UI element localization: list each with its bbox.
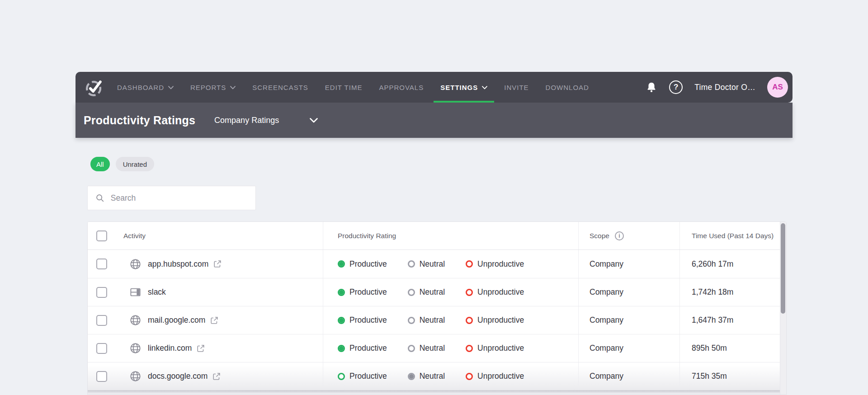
company-name-menu[interactable]: Time Doctor O… bbox=[694, 83, 755, 92]
nav-item-label: DASHBOARD bbox=[117, 84, 164, 91]
rating-option-neutral[interactable]: Neutral bbox=[408, 315, 445, 325]
rating-option-label: Productive bbox=[349, 315, 387, 325]
row-checkbox[interactable] bbox=[96, 371, 107, 382]
rating-option-neutral[interactable]: Neutral bbox=[408, 259, 445, 269]
rating-option-neutral[interactable]: Neutral bbox=[408, 371, 445, 381]
globe-icon bbox=[129, 314, 142, 326]
row-checkbox[interactable] bbox=[96, 343, 107, 354]
app-window-icon bbox=[129, 286, 142, 298]
radio-icon[interactable] bbox=[338, 373, 345, 380]
rating-option-unproductive[interactable]: Unproductive bbox=[466, 315, 524, 325]
table-scrollbar-track[interactable] bbox=[780, 222, 786, 395]
row-checkbox[interactable] bbox=[96, 315, 107, 326]
rating-option-label: Productive bbox=[349, 259, 387, 269]
top-navbar: DASHBOARD REPORTS SCREENCASTS EDIT TIME … bbox=[75, 72, 793, 103]
nav-item-label: EDIT TIME bbox=[325, 84, 363, 91]
rating-option-productive[interactable]: Productive bbox=[338, 315, 387, 325]
nav-item-download[interactable]: DOWNLOAD bbox=[546, 72, 589, 103]
radio-icon[interactable] bbox=[338, 317, 345, 324]
help-icon[interactable]: ? bbox=[669, 80, 683, 94]
radio-icon[interactable] bbox=[466, 345, 473, 352]
scope-value: Company bbox=[590, 259, 623, 269]
next-row-edge bbox=[88, 390, 780, 395]
table-row: linkedin.com Productive Neutral Unproduc… bbox=[88, 334, 780, 362]
time-doctor-logo-icon[interactable] bbox=[84, 77, 104, 98]
radio-icon[interactable] bbox=[466, 317, 473, 324]
scope-value: Company bbox=[590, 287, 623, 297]
rating-option-unproductive[interactable]: Unproductive bbox=[466, 371, 524, 381]
activity-name: linkedin.com bbox=[148, 343, 192, 353]
globe-icon bbox=[129, 258, 142, 270]
external-link-icon[interactable] bbox=[212, 372, 221, 381]
filter-chip-all[interactable]: All bbox=[90, 157, 110, 171]
globe-icon bbox=[129, 370, 142, 382]
avatar[interactable]: AS bbox=[767, 77, 788, 98]
filter-chip-unrated[interactable]: Unrated bbox=[116, 157, 154, 171]
search-input[interactable] bbox=[111, 193, 248, 203]
nav-item-invite[interactable]: INVITE bbox=[504, 72, 528, 103]
info-icon[interactable]: i bbox=[615, 231, 624, 240]
radio-icon[interactable] bbox=[338, 260, 345, 268]
external-link-icon[interactable] bbox=[213, 259, 222, 268]
radio-icon[interactable] bbox=[408, 345, 415, 352]
radio-icon[interactable] bbox=[466, 260, 473, 268]
nav-item-dashboard[interactable]: DASHBOARD bbox=[117, 72, 174, 103]
table-scrollbar-thumb[interactable] bbox=[781, 223, 785, 314]
radio-icon[interactable] bbox=[408, 317, 415, 324]
rating-option-unproductive[interactable]: Unproductive bbox=[466, 343, 524, 353]
filter-chip-label: All bbox=[96, 160, 104, 168]
rating-option-label: Unproductive bbox=[477, 287, 524, 297]
scope-value: Company bbox=[590, 315, 623, 325]
chevron-down-icon bbox=[310, 118, 318, 123]
table-row: mail.google.com Productive Neutral Unpro… bbox=[88, 306, 780, 334]
nav-item-settings[interactable]: SETTINGS bbox=[440, 72, 487, 103]
nav-item-label: INVITE bbox=[504, 84, 528, 91]
activity-name: docs.google.com bbox=[148, 371, 208, 381]
column-header-activity: Activity bbox=[123, 232, 146, 240]
app-header-card: DASHBOARD REPORTS SCREENCASTS EDIT TIME … bbox=[75, 72, 793, 138]
rating-option-label: Unproductive bbox=[477, 259, 524, 269]
row-checkbox[interactable] bbox=[96, 259, 107, 269]
filter-chip-label: Unrated bbox=[123, 160, 147, 168]
radio-icon[interactable] bbox=[466, 373, 473, 380]
notifications-bell-icon[interactable] bbox=[646, 81, 657, 94]
rating-option-productive[interactable]: Productive bbox=[338, 343, 387, 353]
rating-option-productive[interactable]: Productive bbox=[338, 371, 387, 381]
rating-option-neutral[interactable]: Neutral bbox=[408, 343, 445, 353]
activity-name: mail.google.com bbox=[148, 315, 205, 325]
rating-option-label: Neutral bbox=[420, 287, 445, 297]
radio-icon[interactable] bbox=[466, 289, 473, 296]
ratings-scope-selector[interactable]: Company Ratings bbox=[214, 116, 318, 125]
filter-chips: All Unrated bbox=[90, 157, 154, 171]
rating-option-label: Neutral bbox=[420, 343, 445, 353]
table-row: app.hubspot.com Productive Neutral Unpro… bbox=[88, 250, 780, 278]
rating-option-label: Neutral bbox=[420, 259, 445, 269]
time-used-value: 1,647h 37m bbox=[692, 315, 733, 325]
rating-option-productive[interactable]: Productive bbox=[338, 287, 387, 297]
nav-item-edit-time[interactable]: EDIT TIME bbox=[325, 72, 363, 103]
time-used-value: 895h 50m bbox=[692, 343, 727, 353]
rating-option-label: Unproductive bbox=[477, 343, 524, 353]
rating-option-productive[interactable]: Productive bbox=[338, 259, 387, 269]
nav-item-label: APPROVALS bbox=[379, 84, 424, 91]
radio-icon[interactable] bbox=[338, 289, 345, 296]
nav-item-reports[interactable]: REPORTS bbox=[190, 72, 236, 103]
external-link-icon[interactable] bbox=[196, 344, 205, 353]
rating-option-unproductive[interactable]: Unproductive bbox=[466, 287, 524, 297]
rating-option-unproductive[interactable]: Unproductive bbox=[466, 259, 524, 269]
page-title: Productivity Ratings bbox=[84, 114, 195, 127]
rating-option-label: Productive bbox=[349, 371, 387, 381]
external-link-icon[interactable] bbox=[210, 316, 219, 325]
select-all-checkbox[interactable] bbox=[96, 230, 107, 241]
radio-icon[interactable] bbox=[408, 373, 415, 380]
ratings-scope-value: Company Ratings bbox=[214, 116, 279, 125]
rating-option-neutral[interactable]: Neutral bbox=[408, 287, 445, 297]
radio-icon[interactable] bbox=[338, 345, 345, 352]
nav-item-screencasts[interactable]: SCREENCASTS bbox=[252, 72, 308, 103]
rating-option-label: Unproductive bbox=[477, 315, 524, 325]
nav-item-approvals[interactable]: APPROVALS bbox=[379, 72, 424, 103]
radio-icon[interactable] bbox=[408, 260, 415, 268]
radio-icon[interactable] bbox=[408, 289, 415, 296]
subheader: Productivity Ratings Company Ratings bbox=[75, 103, 793, 138]
row-checkbox[interactable] bbox=[96, 287, 107, 298]
